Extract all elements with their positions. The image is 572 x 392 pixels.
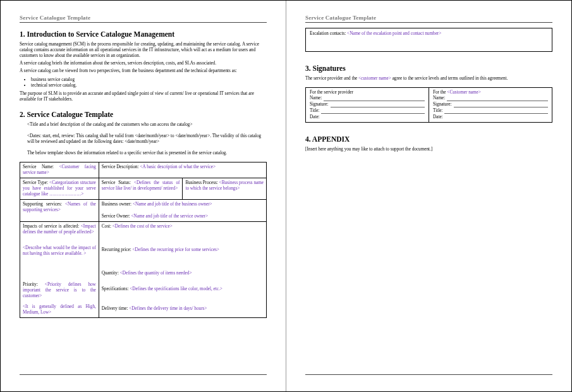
intro-para-4: The purpose of SLM is to provide an accu… [20, 91, 267, 102]
page-footer-rule [20, 374, 267, 380]
sig-date-label: Date: [310, 114, 320, 119]
cell-placeholder: <Name and job title of the service owner… [131, 214, 209, 219]
template-line-2: <Dates: start, end, review: This catalog… [27, 133, 267, 145]
cell-label: Service Name: [23, 164, 54, 169]
cell-label: Cost: [102, 224, 111, 229]
sig-provider-head: For the service provider [310, 90, 425, 95]
sig-signature-label: Signature: [310, 102, 329, 107]
table-row: Service Name: <Customer facing service n… [20, 162, 267, 178]
table-row: Impacts of service is affected: <Impact … [20, 222, 267, 318]
sig-date-label: Date: [433, 114, 443, 119]
page-1: Service Catalogue Template 1. Introducti… [1, 1, 286, 391]
cell-placeholder: <Defines the recurring price for some se… [133, 247, 219, 252]
table-row: Service Type: <Categorization structure … [20, 178, 267, 200]
sig-underline [331, 102, 425, 107]
cell-placeholder: <It is generally defined as High, Medium… [23, 304, 96, 315]
cell-placeholder: <Name and job title of the business owne… [133, 202, 212, 207]
cell-placeholder: <Describe what would be the impact of no… [23, 245, 96, 257]
cell-placeholder: <Defines the specifications like color, … [130, 286, 222, 291]
table-row: Supporting services: <Names of the suppo… [20, 200, 267, 222]
intro-bullets: business service catalog technical servi… [31, 77, 267, 89]
document-spread: Service Catalogue Template 1. Introducti… [0, 0, 572, 392]
text-fragment: For the [433, 90, 447, 95]
page-2: Service Catalogue Template Escalation co… [286, 1, 571, 391]
intro-para-2: A service catalog briefs the information… [20, 61, 267, 66]
cell-label: Impacts of service is affected: [23, 224, 79, 229]
cell-label: Service Owner: [102, 214, 130, 219]
sig-title-label: Title: [310, 108, 319, 114]
service-table: Service Name: <Customer facing service n… [20, 162, 267, 318]
sig-underline [321, 108, 425, 114]
section-4-title: 4. APPENDIX [305, 135, 552, 143]
cell-label: Recurring price: [102, 247, 131, 252]
cell-placeholder: <Defines the delivery time in days/ hour… [129, 306, 207, 311]
intro-para-3: A service catalog can be viewed from two… [20, 68, 267, 74]
template-line-3: The below template shows the information… [27, 150, 267, 156]
sig-name-label: Name: [433, 95, 445, 101]
intro-para-1: Service catalog management (SCM) is the … [20, 42, 267, 59]
cell-label: Business owner: [102, 202, 131, 207]
sig-underline [447, 95, 548, 101]
sig-customer-head: For the <Customer name> [433, 90, 548, 95]
cell-placeholder: <Defines the cost of the service> [113, 224, 173, 229]
text-placeholder: <Customer name> [447, 90, 480, 95]
sig-signature-label: Signature: [433, 102, 452, 107]
escalation-label: Escalation contacts: [310, 31, 346, 36]
section-1-title: 1. Introduction to Service Catalogue Man… [20, 30, 267, 38]
signature-table: For the service provider Name: Signature… [305, 87, 552, 123]
sig-underline [324, 95, 425, 101]
bullet-technical: technical service catalog. [31, 83, 267, 89]
cell-label: Service Status: [102, 180, 131, 185]
cell-label: Quantity: [102, 271, 119, 276]
cell-label: Business Process: [185, 180, 217, 185]
sig-title-label: Title: [433, 108, 442, 114]
cell-label: Specifications: [102, 286, 129, 291]
text-placeholder: <customer name> [358, 76, 391, 81]
appendix-body: [Insert here anything you may like to at… [305, 147, 552, 152]
cell-label: Service Type: [23, 180, 48, 185]
signatures-intro: The service provider and the <customer n… [305, 76, 552, 82]
text-fragment: agree to the service levels and terms ou… [391, 76, 508, 81]
escalation-box: Escalation contacts: <Name of the escala… [305, 28, 552, 52]
page-footer-rule [305, 374, 552, 380]
bullet-business: business service catalog [31, 77, 267, 83]
section-3-title: 3. Signatures [305, 64, 552, 72]
cell-label: Service Description: [102, 164, 139, 169]
sig-underline [444, 108, 548, 114]
section-2-title: 2. Service Catalogue Template [20, 111, 267, 118]
sig-name-label: Name: [310, 95, 322, 101]
page-header: Service Catalogue Template [305, 15, 552, 23]
page-header: Service Catalogue Template [20, 15, 267, 23]
text-fragment: The service provider and the [305, 76, 358, 81]
cell-label: Delivery time: [102, 306, 128, 311]
cell-placeholder: <Defines the quantity of items needed> [120, 271, 192, 276]
escalation-placeholder: <Name of the escalation point and contac… [347, 31, 441, 36]
cell-placeholder: <A basic description of what the service… [140, 164, 215, 169]
cell-label: Priority: [23, 282, 38, 287]
cell-label: Supporting services: [23, 202, 62, 207]
sig-underline [454, 102, 548, 107]
template-line-1: <Title and a brief description of the ca… [27, 122, 267, 128]
table-row: For the service provider Name: Signature… [306, 88, 552, 123]
